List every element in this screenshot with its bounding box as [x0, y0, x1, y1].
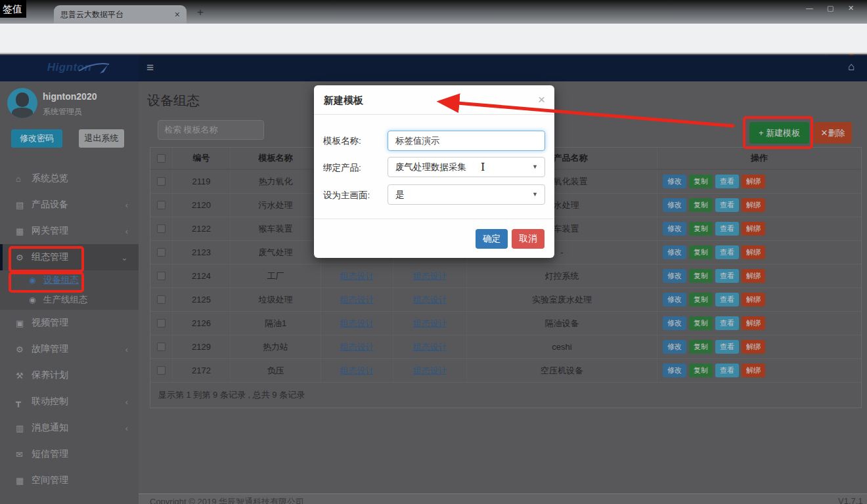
view-button[interactable]: 查看 [715, 222, 739, 236]
row-checkbox[interactable] [157, 295, 166, 304]
chevron-icon: ‹ [125, 345, 128, 354]
copy-button[interactable]: 复制 [689, 316, 713, 330]
set-main-screen-select[interactable]: 是 ▼ [388, 184, 545, 205]
modify-button[interactable]: 修改 [663, 175, 686, 188]
table-header-col-actions: 操作 [657, 148, 861, 169]
unbind-button[interactable]: 解绑 [742, 293, 765, 306]
copy-button[interactable]: 复制 [689, 340, 713, 354]
view-button[interactable]: 查看 [715, 293, 739, 306]
template-name-input[interactable]: 标签值演示 [388, 131, 545, 151]
sidebar-item-scada-mgmt[interactable]: ⚙组态管理⌄ [0, 244, 139, 270]
sidebar-item-system-overview[interactable]: ⌂系统总览 [0, 165, 139, 192]
row-select-cell [150, 335, 173, 358]
delete-button[interactable]: ✕删除 [814, 122, 852, 144]
row-checkbox[interactable] [157, 224, 166, 233]
change-password-button[interactable]: 修改密码 [11, 129, 62, 148]
search-input[interactable]: 检索 模板名称 [158, 120, 264, 140]
view-button[interactable]: 查看 [715, 316, 739, 330]
sidebar-subitem-device-scada[interactable]: ◉设备组态 [0, 270, 139, 290]
sidebar-item-video-mgmt[interactable]: ▣视频管理 [0, 310, 139, 336]
select-all-checkbox[interactable] [157, 154, 166, 163]
scada-design-link[interactable]: 组态设计 [413, 341, 447, 353]
row-checkbox[interactable] [157, 177, 166, 186]
unbind-button[interactable]: 解绑 [742, 364, 765, 377]
unbind-button[interactable]: 解绑 [742, 316, 765, 330]
copy-button[interactable]: 复制 [689, 198, 713, 212]
row-checkbox[interactable] [157, 319, 166, 327]
view-button[interactable]: 查看 [715, 245, 739, 259]
browser-tab[interactable]: 思普云大数据平台 × [54, 5, 187, 24]
cancel-button[interactable]: 取消 [512, 229, 545, 249]
modify-button[interactable]: 修改 [663, 340, 686, 354]
modify-button[interactable]: 修改 [663, 222, 686, 236]
sidebar-item-sms-mgmt[interactable]: ✉短信管理 [0, 441, 139, 467]
copy-button[interactable]: 复制 [689, 222, 713, 236]
view-button[interactable]: 查看 [715, 364, 739, 377]
row-checkbox[interactable] [157, 366, 166, 375]
modify-button[interactable]: 修改 [663, 364, 686, 377]
sidebar-item-message-notify[interactable]: ▥消息通知‹ [0, 415, 139, 441]
window-maximize-icon[interactable]: ▢ [827, 4, 834, 12]
unbind-button[interactable]: 解绑 [742, 198, 765, 212]
sidebar-item-linkage-control[interactable]: ┳联动控制‹ [0, 388, 139, 415]
scada-design-link[interactable]: 组态设计 [413, 270, 447, 282]
row-checkbox[interactable] [157, 248, 166, 257]
new-template-button[interactable]: + 新建模板 [749, 122, 809, 144]
copy-button[interactable]: 复制 [689, 293, 713, 306]
scada-design-link[interactable]: 组态设计 [340, 318, 374, 329]
modify-button[interactable]: 修改 [663, 245, 686, 259]
table-header-col-name: 模板名称 [231, 148, 321, 169]
new-template-modal: 新建模板 × 模板名称: 标签值演示 绑定产品: 废气处理数据采集 ▼ 设为主画… [314, 85, 554, 258]
logout-button[interactable]: 退出系统 [79, 129, 124, 148]
window-minimize-icon[interactable]: — [806, 4, 813, 12]
scada-design-link[interactable]: 组态设计 [340, 341, 374, 353]
unbind-button[interactable]: 解绑 [742, 245, 765, 259]
sidebar-item-gateway-mgmt[interactable]: ▦网关管理‹ [0, 218, 139, 244]
copy-button[interactable]: 复制 [689, 245, 713, 259]
navbar-home-icon[interactable]: ⌂ [848, 60, 855, 74]
scada-design-link[interactable]: 组态设计 [413, 365, 447, 377]
modify-button[interactable]: 修改 [663, 269, 686, 283]
modify-button[interactable]: 修改 [663, 316, 686, 330]
view-button[interactable]: 查看 [715, 269, 739, 283]
sidebar-item-fault-mgmt[interactable]: ⚙故障管理‹ [0, 336, 139, 362]
sidebar-item-product-devices[interactable]: ▤产品设备‹ [0, 192, 139, 218]
window-close-icon[interactable]: ✕ [848, 4, 854, 12]
scada-design-link[interactable]: 组态设计 [340, 365, 374, 377]
sidebar-toggle-icon[interactable]: ≡ [146, 60, 154, 75]
sidebar-item-maintenance-plan[interactable]: ⚒保养计划 [0, 362, 139, 388]
scada-design-link[interactable]: 组态设计 [340, 270, 374, 282]
modify-button[interactable]: 修改 [663, 198, 686, 212]
view-button[interactable]: 查看 [715, 340, 739, 354]
scada-design-link[interactable]: 组态设计 [413, 294, 447, 306]
unbind-button[interactable]: 解绑 [742, 269, 765, 283]
chevron-down-icon: ▼ [532, 185, 538, 204]
sidebar-subitem-production-scada[interactable]: ◉生产线组态 [0, 290, 139, 310]
bind-product-select[interactable]: 废气处理数据采集 ▼ [388, 157, 545, 177]
copy-button[interactable]: 复制 [689, 364, 713, 377]
row-product-name: 实验室废水处理 [467, 288, 657, 311]
copy-button[interactable]: 复制 [689, 269, 713, 283]
row-checkbox[interactable] [157, 272, 166, 280]
scada-design-link[interactable]: 组态设计 [413, 318, 447, 329]
row-actions: 修改复制查看解绑 [657, 359, 861, 382]
confirm-button[interactable]: 确定 [476, 229, 508, 249]
tab-close-icon[interactable]: × [175, 9, 180, 20]
row-actions: 修改复制查看解绑 [657, 312, 861, 335]
new-tab-button[interactable]: + [197, 6, 204, 19]
unbind-button[interactable]: 解绑 [742, 340, 765, 354]
row-checkbox[interactable] [157, 343, 166, 351]
unbind-button[interactable]: 解绑 [742, 222, 765, 236]
view-button[interactable]: 查看 [715, 175, 739, 188]
view-button[interactable]: 查看 [715, 198, 739, 212]
modify-button[interactable]: 修改 [663, 293, 686, 306]
scada-design-link[interactable]: 组态设计 [340, 294, 374, 306]
sidebar-item-space-mgmt[interactable]: ▦空间管理 [0, 467, 139, 494]
row-design-cell: 组态设计 [393, 335, 467, 358]
modal-close-icon[interactable]: × [538, 93, 545, 107]
row-checkbox[interactable] [157, 201, 166, 209]
unbind-button[interactable]: 解绑 [742, 175, 765, 188]
copy-button[interactable]: 复制 [689, 175, 713, 188]
modal-header: 新建模板 × [314, 85, 554, 115]
row-id: 2172 [173, 359, 231, 382]
